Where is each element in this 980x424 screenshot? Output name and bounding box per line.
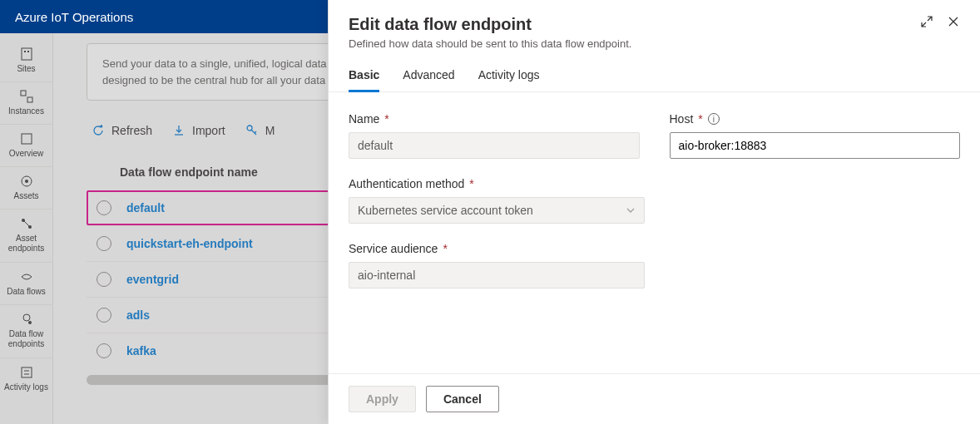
name-field[interactable] <box>349 132 640 159</box>
sidebar-item-label: Sites <box>17 64 35 73</box>
expand-icon[interactable] <box>920 15 933 30</box>
activity-logs-icon <box>19 365 34 380</box>
overview-icon <box>19 131 34 146</box>
auth-value: Kubernetes service account token <box>358 204 533 217</box>
auth-label: Authentication method * <box>349 177 645 190</box>
close-icon[interactable] <box>947 15 960 30</box>
refresh-label: Refresh <box>111 124 152 137</box>
svg-rect-0 <box>22 48 32 60</box>
radio-icon[interactable] <box>97 236 111 251</box>
tab-activity-logs[interactable]: Activity logs <box>478 68 540 91</box>
panel-subtitle: Defined how data should be sent to this … <box>349 37 631 50</box>
app-title: Azure IoT Operations <box>15 10 133 24</box>
import-icon <box>172 124 186 137</box>
radio-icon[interactable] <box>97 308 111 323</box>
svg-line-10 <box>24 221 29 226</box>
sidebar-item-label: Data flows <box>7 287 46 296</box>
svg-line-20 <box>255 131 256 133</box>
import-label: Import <box>192 124 225 137</box>
radio-icon[interactable] <box>97 200 111 215</box>
manage-button[interactable]: M <box>245 124 275 137</box>
panel-title: Edit data flow endpoint <box>349 15 631 34</box>
sidebar-item-activity-logs[interactable]: Activity logs <box>0 358 53 401</box>
required-mark: * <box>384 112 389 126</box>
sidebar-item-label: Assets <box>13 191 38 200</box>
required-mark: * <box>443 242 447 255</box>
svg-point-7 <box>25 180 28 183</box>
name-label: Name * <box>349 112 640 126</box>
sidebar-item-dataflow-endpoints[interactable]: Data flow endpoints <box>0 305 53 358</box>
assets-icon <box>19 174 34 189</box>
panel-header: Edit data flow endpoint Defined how data… <box>329 0 980 50</box>
endpoint-link[interactable]: kafka <box>126 344 156 357</box>
import-button[interactable]: Import <box>172 124 225 137</box>
sidebar-item-overview[interactable]: Overview <box>0 125 53 167</box>
svg-rect-13 <box>22 367 32 377</box>
svg-point-12 <box>28 321 32 324</box>
endpoint-link[interactable]: adls <box>126 308 150 322</box>
manage-label: M <box>265 124 275 137</box>
sidebar-item-dataflows[interactable]: Data flows <box>0 263 53 305</box>
sidebar-item-label: Data flow endpoints <box>0 329 53 349</box>
svg-rect-3 <box>21 91 26 96</box>
dataflows-icon <box>19 269 34 284</box>
tab-basic[interactable]: Basic <box>349 68 379 92</box>
apply-button[interactable]: Apply <box>349 386 416 412</box>
asset-endpoints-icon <box>19 216 34 231</box>
info-icon[interactable]: i <box>708 113 720 125</box>
radio-icon[interactable] <box>97 272 111 287</box>
svg-rect-1 <box>24 51 26 52</box>
svg-rect-5 <box>22 134 32 144</box>
sidebar-item-assets[interactable]: Assets <box>0 167 53 210</box>
audience-field[interactable] <box>349 262 645 288</box>
sidebar-item-asset-endpoints[interactable]: Asset endpoints <box>0 210 53 263</box>
svg-rect-4 <box>27 97 32 102</box>
sidebar-item-sites[interactable]: Sites <box>0 40 53 82</box>
panel-tabs: Basic Advanced Activity logs <box>329 50 980 92</box>
required-mark: * <box>469 177 473 190</box>
key-icon <box>245 124 259 137</box>
auth-select[interactable]: Kubernetes service account token <box>349 197 645 224</box>
audience-label: Service audience * <box>349 242 645 255</box>
svg-point-11 <box>23 314 30 321</box>
panel-body: Name * Host * i Authentication method * <box>329 92 980 373</box>
sidebar-item-label: Asset endpoints <box>0 234 53 254</box>
edit-panel: Edit data flow endpoint Defined how data… <box>328 0 980 424</box>
host-field[interactable] <box>670 132 961 159</box>
tab-advanced[interactable]: Advanced <box>403 68 454 91</box>
sidebar-item-label: Activity logs <box>4 382 48 392</box>
endpoint-link[interactable]: default <box>126 201 165 214</box>
sidebar-item-label: Instances <box>8 106 44 116</box>
sites-icon <box>19 47 34 62</box>
host-label: Host * i <box>670 112 961 126</box>
endpoint-link[interactable]: quickstart-eh-endpoint <box>126 237 253 250</box>
chevron-down-icon <box>626 205 636 215</box>
refresh-icon <box>92 124 105 137</box>
sidebar-item-instances[interactable]: Instances <box>0 82 53 125</box>
info-card-line2: designed to be the central hub for all y… <box>102 74 325 86</box>
dataflow-endpoints-icon <box>19 312 34 327</box>
instances-icon <box>19 89 34 104</box>
refresh-button[interactable]: Refresh <box>92 124 152 137</box>
info-card-line1: Send your data to a single, unified, log… <box>102 57 327 70</box>
cancel-button[interactable]: Cancel <box>426 386 499 412</box>
radio-icon[interactable] <box>97 343 111 358</box>
panel-footer: Apply Cancel <box>329 373 980 424</box>
required-mark: * <box>698 112 702 126</box>
left-sidebar: Sites Instances Overview Assets Asset en… <box>0 33 53 424</box>
endpoint-link[interactable]: eventgrid <box>126 273 179 286</box>
svg-rect-2 <box>27 51 29 52</box>
sidebar-item-label: Overview <box>9 149 44 158</box>
